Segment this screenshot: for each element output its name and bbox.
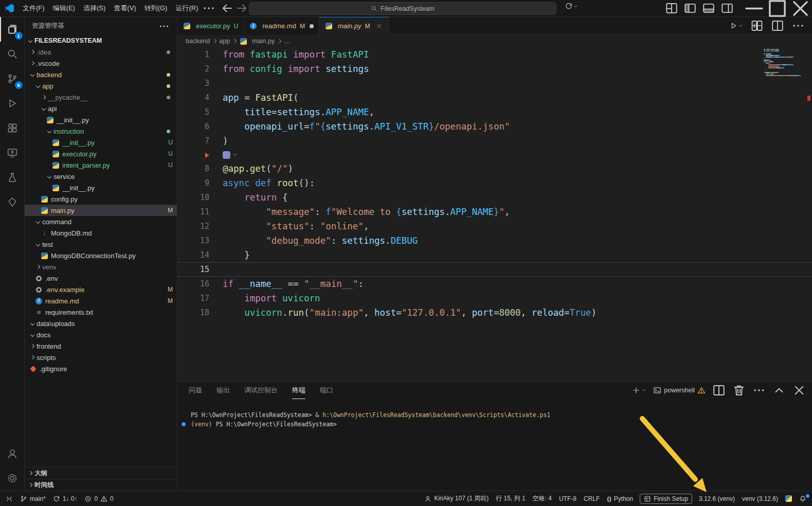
tree-folder-__pycache__[interactable]: __pycache__: [25, 92, 177, 103]
code-line[interactable]: 5 title=settings.APP_NAME,: [177, 105, 812, 119]
panel-more-actions-icon[interactable]: [752, 384, 766, 397]
workspace-root-folder[interactable]: FILESREADSYSTEAM: [25, 35, 177, 46]
activity-extensions[interactable]: [0, 116, 25, 140]
tree-folder-app[interactable]: app: [25, 80, 177, 92]
breadcrumb-item[interactable]: backend: [186, 38, 210, 45]
tree-file-.env[interactable]: .env: [25, 273, 177, 284]
menu-item-1[interactable]: 编辑(E): [49, 2, 79, 14]
nav-forward-icon[interactable]: [235, 2, 248, 15]
code-line[interactable]: 17 import uvicorn: [177, 291, 812, 305]
code-line[interactable]: 1from fastapi import FastAPI: [177, 47, 812, 62]
tree-folder-api[interactable]: api: [25, 103, 177, 114]
panel-tab-输出[interactable]: 输出: [216, 382, 230, 399]
eol-sequence[interactable]: CRLF: [580, 493, 603, 504]
cursor-position[interactable]: 行 15, 列 1: [492, 493, 529, 504]
tree-folder-scripts[interactable]: scripts: [25, 352, 177, 363]
breadcrumb-item[interactable]: …: [284, 38, 291, 45]
tab-main.py[interactable]: main.pyM: [319, 17, 390, 35]
menu-item-0[interactable]: 文件(F): [19, 2, 49, 14]
code-line[interactable]: 9async def root():: [177, 176, 812, 190]
explorer-more-actions-icon[interactable]: [158, 21, 170, 32]
code-line[interactable]: 6 openapi_url=f"{settings.API_V1_STR}/op…: [177, 119, 812, 134]
python-logo[interactable]: [782, 493, 796, 504]
tree-file-MongoDB.md[interactable]: ↓MongoDB.md: [25, 227, 177, 239]
nav-back-icon[interactable]: [221, 2, 234, 15]
open-changes-icon[interactable]: [750, 19, 764, 32]
tree-folder-service[interactable]: service: [25, 171, 177, 182]
close-panel-icon[interactable]: [792, 384, 806, 397]
minimap[interactable]: [764, 49, 801, 77]
tree-folder-backend[interactable]: backend: [25, 69, 177, 80]
tree-folder-frontend[interactable]: frontend: [25, 340, 177, 352]
tree-file-MongoDBConnectionTest.py[interactable]: MongoDBConnectionTest.py: [25, 250, 177, 261]
breadcrumb-item[interactable]: main.py: [239, 37, 275, 45]
tree-folder-venv[interactable]: venv: [25, 261, 177, 273]
menu-item-3[interactable]: 查看(V): [110, 2, 140, 14]
close-tab-icon[interactable]: [374, 22, 384, 31]
finish-setup[interactable]: Finish Setup: [640, 494, 692, 504]
code-line[interactable]: 18 uvicorn.run("main:app", host="127.0.0…: [177, 305, 812, 320]
panel-tab-终端[interactable]: 终端: [292, 382, 305, 399]
tree-folder-docs[interactable]: docs: [25, 329, 177, 340]
maximize-panel-icon[interactable]: [772, 384, 786, 397]
minimize-button[interactable]: [743, 0, 766, 17]
notifications[interactable]: [796, 493, 810, 504]
code-line[interactable]: 15: [177, 262, 812, 277]
inline-chat-widget[interactable]: [223, 151, 238, 159]
code-line[interactable]: 4app = FastAPI(: [177, 91, 812, 105]
activity-run-debug[interactable]: [0, 91, 25, 116]
maximize-button[interactable]: [766, 0, 789, 17]
terminal-instance-powershell[interactable]: powershell: [653, 386, 706, 394]
code-line[interactable]: 3: [177, 76, 812, 91]
code-editor[interactable]: 1from fastapi import FastAPI2from config…: [177, 47, 812, 381]
accounts-button[interactable]: [0, 441, 25, 466]
panel-tab-调试控制台[interactable]: 调试控制台: [244, 382, 278, 399]
tab-executor.py[interactable]: executor.pyU: [177, 17, 244, 35]
panel-tab-端口[interactable]: 端口: [320, 382, 333, 399]
launch-profile-button[interactable]: [632, 386, 646, 394]
tree-file-__init__.py[interactable]: __init__.py: [25, 182, 177, 193]
code-line[interactable]: 11 "message": f"Welcome to {settings.APP…: [177, 205, 812, 219]
split-terminal-icon[interactable]: [712, 384, 726, 397]
panel-tab-问题[interactable]: 问题: [189, 382, 202, 399]
close-window-button[interactable]: [789, 0, 812, 17]
activity-remote-explorer[interactable]: [0, 140, 25, 165]
tree-folder-instruction[interactable]: instruction: [25, 125, 177, 137]
outline-section[interactable]: 大纲: [25, 467, 177, 479]
code-line[interactable]: 7): [177, 134, 812, 148]
tree-file-executor.py[interactable]: executor.pyU: [25, 148, 177, 159]
problems[interactable]: 00: [81, 493, 117, 504]
editor-more-actions-icon[interactable]: [791, 19, 805, 32]
menu-more-icon[interactable]: [202, 2, 215, 15]
code-line[interactable]: 14 }: [177, 248, 812, 262]
tree-file-config.py[interactable]: config.py: [25, 193, 177, 205]
tree-file-.env.example[interactable]: .env.exampleM: [25, 284, 177, 295]
terminal-output[interactable]: PS H:\OwnProject\FilesReadSysteam> & h:\…: [177, 399, 812, 491]
menu-item-4[interactable]: 转到(G): [140, 2, 172, 14]
tree-file-.gitignore[interactable]: .gitignore: [25, 363, 177, 374]
tree-folder-.vscode[interactable]: .vscode: [25, 58, 177, 69]
language-mode[interactable]: {}Python: [603, 493, 637, 504]
tree-file-requirements.txt[interactable]: ≡requirements.txt: [25, 306, 177, 318]
tree-file-__init__.py[interactable]: __init__.py: [25, 114, 177, 125]
code-line[interactable]: 2from config import settings: [177, 62, 812, 76]
menu-item-5[interactable]: 运行(R): [171, 2, 202, 14]
code-line[interactable]: 16if __name__ == "__main__":: [177, 277, 812, 291]
tree-folder-command[interactable]: command: [25, 216, 177, 227]
resume-session-button[interactable]: [565, 2, 579, 10]
git-blame[interactable]: KiriAky 107 (1 周前): [421, 493, 492, 504]
timeline-section[interactable]: 时间线: [25, 479, 177, 491]
command-center-search[interactable]: FilesReadSysteam: [249, 2, 556, 15]
tree-folder-test[interactable]: test: [25, 239, 177, 250]
tree-folder-.idea[interactable]: .idea: [25, 46, 177, 58]
git-sync[interactable]: 1↓ 0↑: [49, 493, 81, 504]
toggle-panel-icon[interactable]: [702, 2, 715, 15]
activity-testing[interactable]: [0, 165, 25, 190]
toggle-secondary-sidebar-icon[interactable]: [720, 2, 734, 15]
code-line[interactable]: 8@app.get("/"): [177, 161, 812, 176]
breadcrumb-item[interactable]: app: [219, 38, 230, 45]
customize-layout-icon[interactable]: [665, 2, 678, 15]
menu-item-2[interactable]: 选择(S): [79, 2, 110, 14]
git-branch[interactable]: main*: [16, 493, 49, 504]
tree-file-intent_parser.py[interactable]: intent_parser.pyU: [25, 159, 177, 171]
